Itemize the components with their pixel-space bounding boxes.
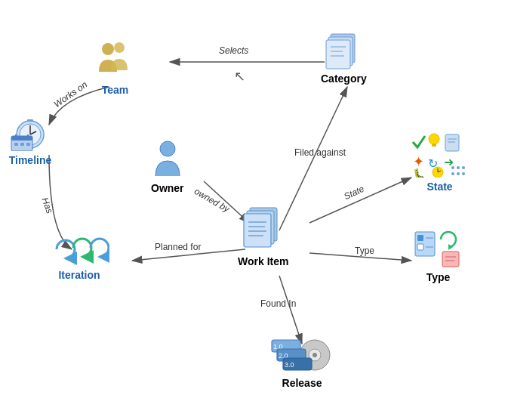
team-label: Team	[102, 84, 129, 96]
owner-label: Owner	[151, 182, 184, 194]
iteration-icon	[49, 234, 109, 266]
svg-point-29	[429, 134, 439, 144]
owned-by-label: owned by	[192, 186, 231, 215]
svg-point-42	[457, 166, 460, 169]
state-node: ✦ ↻ ➜ 🐛 State	[411, 128, 468, 193]
team-node: Team	[94, 42, 136, 96]
workitem-node: Work Item	[238, 205, 288, 267]
svg-point-44	[451, 172, 454, 175]
type-icon	[414, 230, 463, 268]
svg-point-8	[102, 43, 114, 55]
timeline-icon	[8, 112, 53, 151]
svg-text:✦: ✦	[413, 154, 424, 169]
svg-rect-58	[417, 235, 423, 241]
release-label: Release	[282, 377, 322, 389]
svg-text:3.0: 3.0	[285, 361, 294, 369]
svg-rect-63	[442, 252, 459, 267]
timeline-label: Timeline	[9, 154, 52, 166]
filed-against-label: Filed against	[294, 147, 346, 158]
svg-rect-60	[417, 244, 423, 250]
selects-label: Selects	[219, 45, 248, 56]
category-icon	[325, 30, 362, 69]
planned-for-label: Planned for	[155, 242, 201, 252]
svg-rect-26	[20, 143, 24, 146]
svg-rect-30	[432, 144, 436, 147]
team-icon	[94, 42, 136, 81]
svg-text:🐛: 🐛	[413, 168, 426, 178]
type-node: Type	[414, 230, 463, 283]
category-node: Category	[321, 30, 367, 85]
svg-rect-27	[26, 143, 30, 146]
state-label: State	[342, 184, 365, 202]
svg-rect-12	[326, 40, 350, 69]
has-label: Has	[39, 196, 54, 215]
workitem-label: Work Item	[238, 255, 288, 267]
svg-point-45	[457, 172, 460, 175]
svg-rect-20	[27, 119, 33, 122]
iteration-node: Iteration	[49, 234, 109, 281]
svg-point-41	[451, 166, 454, 169]
type-label: Type	[426, 271, 451, 283]
timeline-node: Timeline	[8, 112, 53, 166]
release-node: 1.0 2.0 3.0 Release	[268, 332, 336, 389]
owner-icon	[152, 140, 183, 179]
svg-point-43	[462, 166, 465, 169]
type-label: Type	[355, 246, 374, 256]
iteration-label: Iteration	[58, 269, 100, 281]
found-in-label: Found In	[260, 298, 296, 309]
svg-rect-22	[11, 136, 32, 141]
svg-rect-25	[14, 143, 18, 146]
svg-line-2	[279, 87, 347, 230]
svg-point-68	[312, 353, 317, 357]
state-label: State	[426, 181, 452, 193]
release-icon: 1.0 2.0 3.0	[268, 332, 336, 374]
category-label: Category	[321, 73, 367, 85]
owner-node: Owner	[151, 140, 184, 194]
cursor-icon: ↖	[234, 68, 245, 85]
diagram: Selects Works on Filed against owned by …	[0, 0, 508, 420]
works-on-label: Works on	[52, 79, 90, 110]
workitem-icon	[239, 205, 288, 252]
svg-point-9	[114, 42, 125, 53]
svg-rect-52	[244, 214, 271, 247]
svg-rect-31	[445, 134, 459, 151]
svg-point-28	[160, 141, 175, 156]
state-icon: ✦ ↻ ➜ 🐛	[411, 128, 468, 178]
svg-point-46	[462, 172, 465, 175]
